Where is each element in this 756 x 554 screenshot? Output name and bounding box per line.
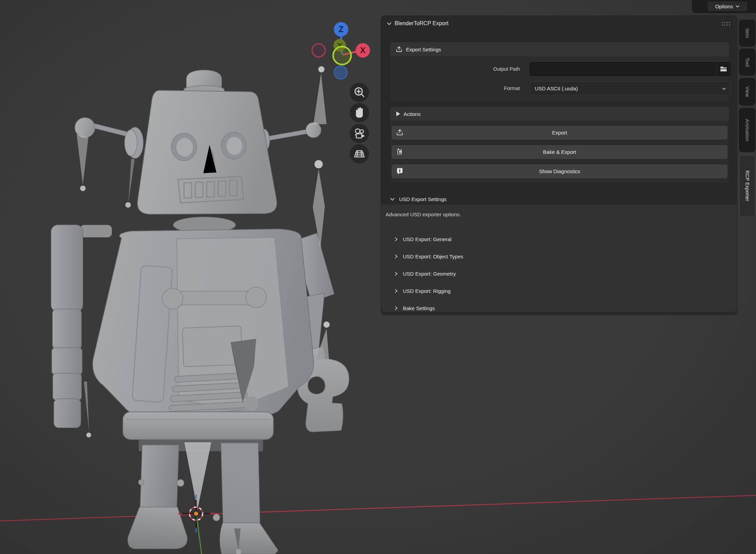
show-diagnostics-button[interactable]: Show Diagnostics	[392, 165, 727, 178]
usd-rigging-label: USD Export: Rigging	[403, 288, 450, 294]
usd-geometry-label: USD Export: Geometry	[403, 271, 456, 277]
actions-subpanel: Actions Export	[390, 106, 729, 184]
usd-export-settings-title: USD Export Settings	[399, 196, 447, 202]
export-upload-icon	[396, 46, 403, 53]
export-settings-subpanel: Export Settings Output Path Format USD A…	[390, 42, 729, 102]
folder-icon	[720, 66, 727, 72]
tab-animation-label: Animation	[745, 119, 750, 141]
actions-header[interactable]: Actions	[390, 107, 729, 121]
viewport-nav-tools	[350, 83, 369, 164]
tab-rcp-exporter-label: RCP Exporter	[745, 170, 750, 201]
tab-rcp-exporter[interactable]: RCP Exporter	[739, 155, 755, 217]
robot-head	[75, 70, 321, 214]
rcp-exporter-panel: BlenderToRCP Export Export Settings Outp…	[381, 16, 737, 315]
chevron-down-icon	[736, 4, 739, 8]
export-settings-header[interactable]: Export Settings	[390, 42, 729, 57]
gizmo-z-label: Z	[339, 25, 343, 34]
usd-export-general-row[interactable]: USD Export: General	[394, 234, 452, 244]
options-button[interactable]: Options	[707, 1, 748, 12]
panel-header[interactable]: BlenderToRCP Export	[381, 16, 737, 31]
usd-settings-description: Advanced USD exporter options.	[386, 211, 461, 217]
pan-tool-button[interactable]	[350, 103, 369, 122]
format-row: Format USD ASCII (.usda)	[390, 81, 729, 95]
render-icon	[396, 148, 404, 156]
gizmo-neg-z-axis[interactable]	[334, 66, 347, 79]
actions-title: Actions	[404, 111, 420, 117]
tab-item-label: Item	[745, 28, 750, 38]
output-path-input[interactable]	[530, 62, 716, 76]
bake-settings-label: Bake Settings	[403, 305, 435, 311]
export-upload-icon	[396, 129, 404, 136]
usd-general-label: USD Export: General	[403, 236, 452, 242]
bake-export-button-label: Bake & Export	[543, 149, 576, 155]
tab-tool[interactable]: Tool	[739, 49, 755, 76]
format-select[interactable]: USD ASCII (.usda)	[530, 81, 730, 95]
tab-item[interactable]: Item	[739, 20, 755, 47]
browse-folder-button[interactable]	[716, 62, 730, 76]
chevron-right-icon	[394, 237, 398, 241]
chevron-down-icon	[390, 197, 395, 202]
usd-export-object-types-row[interactable]: USD Export: Object Types	[394, 251, 463, 261]
export-button[interactable]: Export	[392, 126, 727, 139]
chevron-down-icon	[722, 87, 726, 91]
chevron-right-icon	[394, 306, 398, 310]
bake-settings-row[interactable]: Bake Settings	[394, 303, 435, 313]
chevron-down-icon	[387, 21, 392, 26]
robot-model	[51, 66, 349, 554]
gizmo-x-label: X	[360, 46, 366, 55]
usd-export-settings-header[interactable]: USD Export Settings	[390, 192, 447, 206]
usd-export-rigging-row[interactable]: USD Export: Rigging	[394, 286, 450, 296]
usd-object-types-label: USD Export: Object Types	[403, 254, 463, 259]
info-icon	[396, 167, 404, 175]
robot-waist-band	[123, 412, 273, 439]
triangle-right-icon	[396, 111, 400, 116]
usd-export-settings-body: Advanced USD exporter options. USD Expor…	[381, 205, 737, 312]
blender-3d-viewport: Y Z X	[0, 0, 756, 554]
options-button-label: Options	[715, 3, 733, 9]
x-axis-line	[0, 495, 756, 521]
camera-tool-button[interactable]	[350, 124, 369, 143]
ortho-tool-button[interactable]	[350, 144, 369, 164]
tab-view-label: View	[745, 86, 750, 97]
tab-animation[interactable]: Animation	[739, 108, 755, 152]
export-settings-title: Export Settings	[406, 47, 441, 52]
robot-antenna-right	[258, 122, 321, 152]
zoom-tool-button[interactable]	[350, 83, 369, 102]
format-label: Format	[504, 86, 520, 91]
output-path-row: Output Path	[390, 62, 729, 76]
gizmo-front-highlight[interactable]	[333, 47, 351, 65]
panel-title: BlenderToRCP Export	[395, 20, 448, 27]
robot-torso	[93, 217, 314, 439]
panel-drag-handle-icon[interactable]	[721, 21, 730, 26]
format-select-value: USD ASCII (.usda)	[535, 86, 578, 91]
tab-view[interactable]: View	[739, 78, 755, 106]
gizmo-neg-x-axis[interactable]	[312, 44, 325, 57]
chevron-right-icon	[394, 289, 398, 293]
tab-tool-label: Tool	[745, 58, 750, 67]
chevron-right-icon	[394, 271, 398, 276]
usd-export-geometry-row[interactable]: USD Export: Geometry	[394, 268, 456, 279]
chevron-right-icon	[394, 254, 398, 259]
export-button-label: Export	[552, 130, 567, 136]
output-path-label: Output Path	[493, 66, 520, 72]
show-diagnostics-button-label: Show Diagnostics	[539, 168, 580, 174]
bake-export-button[interactable]: Bake & Export	[392, 145, 727, 159]
